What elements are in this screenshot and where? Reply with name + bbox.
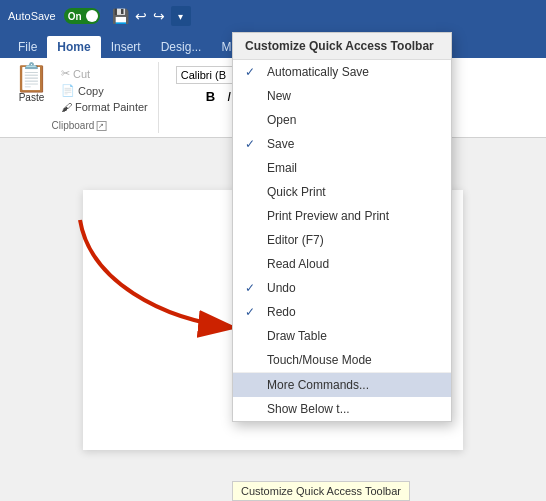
bold-button[interactable]: B bbox=[202, 88, 219, 105]
clipboard-group: 📋 Paste ✂ Cut 📄 Copy 🖌 Format Painter Cl… bbox=[0, 62, 159, 133]
dropdown-item-email[interactable]: Email bbox=[233, 156, 451, 180]
dropdown-item-autosave[interactable]: ✓ Automatically Save bbox=[233, 60, 451, 84]
check-undo: ✓ bbox=[245, 281, 259, 295]
tooltip-bar: Customize Quick Access Toolbar bbox=[232, 481, 410, 501]
format-painter-button[interactable]: 🖌 Format Painter bbox=[59, 100, 150, 114]
title-bar: AutoSave On 💾 ↩ ↪ ▾ bbox=[0, 0, 546, 32]
title-bar-icons: 💾 ↩ ↪ ▾ bbox=[112, 6, 191, 26]
dropdown-item-morecommands[interactable]: More Commands... bbox=[233, 372, 451, 397]
tooltip-text: Customize Quick Access Toolbar bbox=[241, 485, 401, 497]
check-autosave: ✓ bbox=[245, 65, 259, 79]
item-printpreview-label: Print Preview and Print bbox=[267, 209, 439, 223]
clipboard-group-label: Clipboard ↗ bbox=[51, 120, 106, 131]
item-undo-label: Undo bbox=[267, 281, 439, 295]
item-editor-label: Editor (F7) bbox=[267, 233, 439, 247]
dropdown-header: Customize Quick Access Toolbar bbox=[233, 33, 451, 60]
copy-icon: 📄 bbox=[61, 84, 75, 97]
cut-icon: ✂ bbox=[61, 67, 70, 80]
dropdown-item-save[interactable]: ✓ Save bbox=[233, 132, 451, 156]
autosave-label: AutoSave bbox=[8, 10, 56, 22]
format-painter-icon: 🖌 bbox=[61, 101, 72, 113]
check-save: ✓ bbox=[245, 137, 259, 151]
save-icon[interactable]: 💾 bbox=[112, 8, 129, 24]
paste-icon: 📋 bbox=[14, 64, 49, 92]
item-email-label: Email bbox=[267, 161, 439, 175]
dropdown-item-open[interactable]: Open bbox=[233, 108, 451, 132]
clipboard-right: ✂ Cut 📄 Copy 🖌 Format Painter bbox=[59, 66, 150, 114]
dropdown-item-undo[interactable]: ✓ Undo bbox=[233, 276, 451, 300]
dropdown-item-readaloud[interactable]: Read Aloud bbox=[233, 252, 451, 276]
item-autosave-label: Automatically Save bbox=[267, 65, 439, 79]
autosave-knob bbox=[86, 10, 98, 22]
tab-file[interactable]: File bbox=[8, 36, 47, 58]
autosave-on-label: On bbox=[68, 11, 82, 22]
dropdown-item-printpreview[interactable]: Print Preview and Print bbox=[233, 204, 451, 228]
item-open-label: Open bbox=[267, 113, 439, 127]
item-drawtable-label: Draw Table bbox=[267, 329, 439, 343]
dropdown-item-new[interactable]: New bbox=[233, 84, 451, 108]
redo-icon[interactable]: ↪ bbox=[153, 8, 165, 24]
clipboard-expand-button[interactable]: ↗ bbox=[96, 121, 106, 131]
cut-button[interactable]: ✂ Cut bbox=[59, 66, 150, 81]
item-quickprint-label: Quick Print bbox=[267, 185, 439, 199]
dropdown-item-drawtable[interactable]: Draw Table bbox=[233, 324, 451, 348]
check-redo: ✓ bbox=[245, 305, 259, 319]
cut-label: Cut bbox=[73, 68, 90, 80]
copy-label: Copy bbox=[78, 85, 104, 97]
font-style-row: B I bbox=[202, 88, 235, 105]
tab-home[interactable]: Home bbox=[47, 36, 100, 58]
item-new-label: New bbox=[267, 89, 439, 103]
format-painter-label: Format Painter bbox=[75, 101, 148, 113]
undo-icon[interactable]: ↩ bbox=[135, 8, 147, 24]
autosave-toggle[interactable]: On bbox=[64, 8, 100, 24]
tab-insert[interactable]: Insert bbox=[101, 36, 151, 58]
quick-access-dropdown-button[interactable]: ▾ bbox=[171, 6, 191, 26]
customize-toolbar-dropdown: Customize Quick Access Toolbar ✓ Automat… bbox=[232, 32, 452, 422]
item-morecommands-label: More Commands... bbox=[267, 378, 439, 392]
dropdown-item-editor[interactable]: Editor (F7) bbox=[233, 228, 451, 252]
dropdown-item-redo[interactable]: ✓ Redo bbox=[233, 300, 451, 324]
item-touchmouse-label: Touch/Mouse Mode bbox=[267, 353, 439, 367]
dropdown-arrow: ▾ bbox=[178, 11, 183, 22]
item-save-label: Save bbox=[267, 137, 439, 151]
dropdown-item-quickprint[interactable]: Quick Print bbox=[233, 180, 451, 204]
dropdown-item-touchmouse[interactable]: Touch/Mouse Mode bbox=[233, 348, 451, 372]
paste-label: Paste bbox=[19, 92, 45, 103]
dropdown-item-showbelow[interactable]: Show Below t... bbox=[233, 397, 451, 421]
item-readaloud-label: Read Aloud bbox=[267, 257, 439, 271]
item-redo-label: Redo bbox=[267, 305, 439, 319]
copy-button[interactable]: 📄 Copy bbox=[59, 83, 150, 98]
paste-button[interactable]: 📋 Paste bbox=[8, 62, 55, 105]
item-showbelow-label: Show Below t... bbox=[267, 402, 439, 416]
tab-design[interactable]: Desig... bbox=[151, 36, 212, 58]
